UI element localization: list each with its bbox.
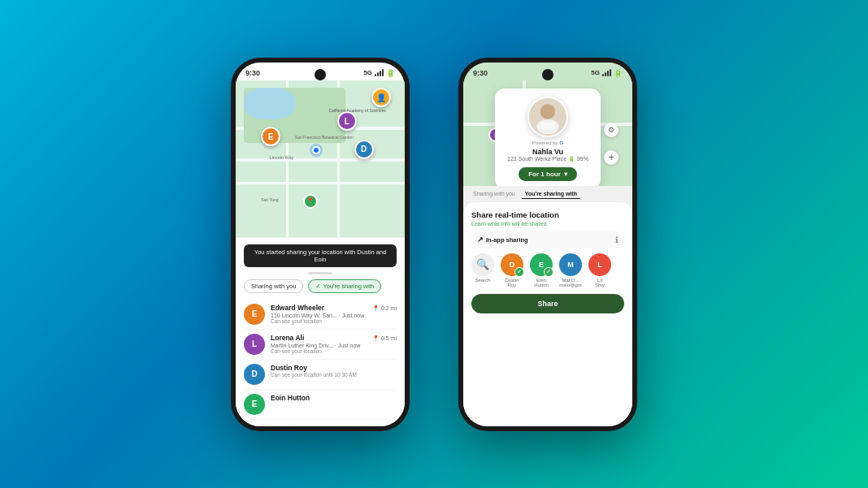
info-eoin: Eoin Hutton	[271, 394, 397, 402]
battery-right: 🔋	[614, 69, 623, 77]
chip-label-eoin: EoinHutton	[534, 278, 549, 287]
sub-dustin: Can see your location until 10:30 AM	[271, 372, 397, 378]
dist-lorena: 📍0.5 mi	[372, 335, 397, 342]
battery-left: 🔋	[386, 69, 395, 77]
battery-icon-profile: 🔋	[568, 156, 577, 162]
notification-bar: You started sharing your location with D…	[244, 244, 397, 267]
profile-name: Nahla Vu	[532, 148, 563, 156]
tab-right-sharing[interactable]: Sharing with you	[470, 189, 519, 199]
sub-edward: Can see your location	[271, 318, 367, 324]
profile-card: Powered by G Nahla Vu 123 South Werkz Pl…	[495, 89, 601, 186]
sheet-handle	[308, 272, 332, 274]
phone-notch-left	[315, 69, 326, 80]
chip-label-dustin: DustinRoy	[505, 278, 519, 287]
time-left: 9:30	[245, 69, 260, 77]
search-icon: 🔍	[476, 258, 489, 270]
info-lorena: Lorena Ali Martin Luther King Driv... · …	[271, 334, 367, 354]
chevron-icon: ▾	[564, 171, 567, 178]
road-h2	[236, 158, 405, 162]
svg-point-2	[540, 104, 555, 119]
share-icon: ↗	[477, 235, 484, 244]
bottom-sheet-left: You started sharing your location with D…	[236, 237, 405, 426]
status-icons-right: 5G 🔋	[591, 69, 623, 77]
powered-by-label: Powered by G	[532, 140, 563, 145]
chip-label-mai: Mai O...maio@gm	[559, 278, 581, 287]
signal-bars-left	[375, 69, 384, 76]
dist-edward: 📍0.2 mi	[372, 305, 397, 312]
in-app-label: ↗ In-app sharing	[477, 235, 528, 244]
share-subtitle[interactable]: Learn what info will be shared	[471, 221, 624, 227]
tab-youre-sharing-with[interactable]: You're sharing with	[308, 279, 381, 293]
profile-avatar	[527, 97, 568, 137]
left-phone: 9:30 5G 🔋	[231, 58, 410, 431]
road-h3	[236, 182, 405, 184]
plus-icon-map[interactable]: +	[604, 150, 618, 165]
contact-eoin[interactable]: E Eoin Hutton	[244, 390, 397, 420]
chip-avatar-mai: M	[559, 253, 582, 276]
sub-lorena: Can see your location	[271, 348, 367, 354]
chip-mai[interactable]: M Mai O...maio@gm	[559, 253, 582, 287]
signal-5g-left: 5G	[363, 69, 372, 76]
chip-label-search: Search	[475, 278, 490, 283]
contact-lorena[interactable]: L Lorena Ali Martin Luther King Driv... …	[244, 330, 397, 360]
water-area	[244, 88, 294, 119]
signal-5g-right: 5G	[591, 69, 600, 76]
phone-notch-right	[542, 69, 553, 80]
map-right: L ⚙ +	[463, 80, 632, 186]
avatar-edward: E	[244, 304, 265, 325]
name-eoin: Eoin Hutton	[271, 394, 397, 402]
tab-right-youre-sharing[interactable]: You're sharing with	[522, 189, 580, 199]
addr-edward: 110 Lincoln Way W, San... · Just now	[271, 313, 367, 318]
right-tab-row: Sharing with you You're sharing with	[463, 186, 632, 202]
share-button[interactable]: Share	[471, 294, 624, 313]
contacts-row-share: 🔍 Search D ✓ DustinRoy	[471, 253, 624, 287]
check-dustin: ✓	[514, 267, 524, 277]
profile-photo-svg	[529, 97, 566, 137]
tab-sharing-with-you[interactable]: Sharing with you	[244, 279, 303, 293]
name-lorena: Lorena Ali	[271, 334, 367, 342]
chip-search[interactable]: 🔍 Search	[471, 253, 494, 287]
settings-icon-map[interactable]: ⚙	[604, 123, 618, 137]
profile-address: 123 South Werkz Place 🔋 99%	[507, 156, 588, 162]
signal-bars-right	[602, 69, 611, 76]
info-dustin: Dustin Roy Can see your location until 1…	[271, 364, 397, 378]
phones-container: 9:30 5G 🔋	[231, 58, 637, 431]
map-left: E L D 👤 📍 Lincoln Way San Francisco Bota…	[236, 80, 405, 237]
name-edward: Edward Wheeler	[271, 304, 367, 312]
info-icon[interactable]: ℹ	[615, 235, 618, 244]
chip-avatar-lil: L	[588, 253, 611, 276]
location-pin: 📍	[303, 194, 318, 209]
in-app-row: ↗ In-app sharing ℹ	[471, 231, 624, 248]
chip-dustin[interactable]: D ✓ DustinRoy	[501, 253, 523, 287]
chip-avatar-search: 🔍	[471, 253, 494, 276]
name-dustin: Dustin Roy	[271, 364, 397, 372]
right-phone: 9:30 5G 🔋 L	[458, 58, 637, 431]
road-label-san-tung: San Tung	[261, 197, 278, 202]
road-label-academy: California Academy of Sciences	[328, 108, 385, 113]
duration-button[interactable]: For 1 hour ▾	[519, 167, 577, 181]
road-label-lincoln: Lincoln Way	[270, 155, 294, 160]
info-edward: Edward Wheeler 110 Lincoln Way W, San...…	[271, 304, 367, 324]
contact-dustin[interactable]: D Dustin Roy Can see your location until…	[244, 360, 397, 390]
chip-label-lil: LilSmy	[595, 278, 605, 287]
pin-dustin: D	[354, 140, 374, 159]
chip-avatar-eoin: E ✓	[530, 253, 553, 276]
road-label-botanical: San Francisco Botanical Garden	[295, 135, 354, 140]
share-sheet: Share real-time location Learn what info…	[463, 202, 632, 426]
avatar-lorena: L	[244, 334, 265, 355]
time-right: 9:30	[473, 69, 488, 77]
chip-lil[interactable]: L LilSmy	[588, 253, 611, 287]
chip-eoin[interactable]: E ✓ EoinHutton	[530, 253, 553, 287]
avatar-eoin: E	[244, 394, 265, 415]
share-title: Share real-time location	[471, 210, 624, 219]
check-eoin: ✓	[544, 267, 553, 277]
addr-lorena: Martin Luther King Driv... · Just now	[271, 343, 367, 348]
svg-rect-3	[540, 122, 556, 129]
contacts-list: E Edward Wheeler 110 Lincoln Way W, San.…	[244, 300, 397, 420]
contact-edward[interactable]: E Edward Wheeler 110 Lincoln Way W, San.…	[244, 300, 397, 330]
user-location-dot	[312, 146, 320, 154]
chip-avatar-dustin: D ✓	[501, 253, 523, 276]
tab-row-left: Sharing with you You're sharing with	[244, 279, 397, 293]
status-icons-left: 5G 🔋	[363, 69, 395, 77]
avatar-dustin: D	[244, 364, 265, 385]
